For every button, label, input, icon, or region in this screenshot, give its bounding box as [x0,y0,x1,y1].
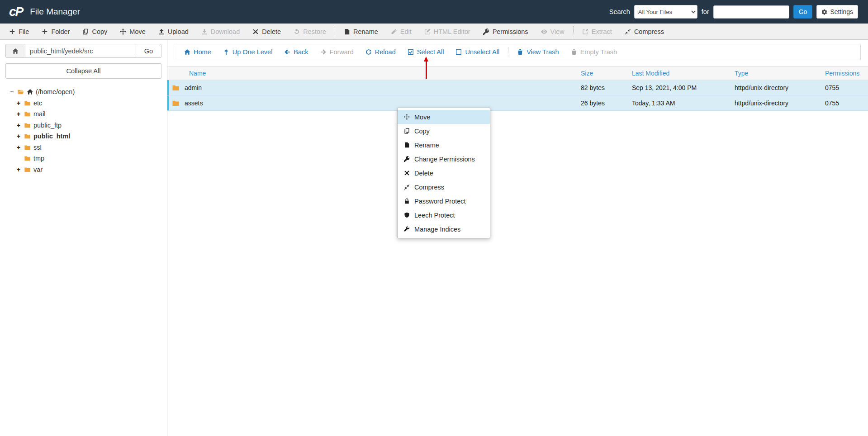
file-row-assets[interactable]: assets 26 bytes Today, 1:33 AM httpd/uni… [167,95,868,111]
expand-toggle-icon[interactable]: + [16,166,21,173]
copy-icon [404,128,410,134]
file-row-admin[interactable]: admin 82 bytes Sep 13, 2021, 4:00 PM htt… [167,80,868,95]
file-type: httpd/unix-directory [735,84,825,91]
toolbar-permissions-label: Permissions [493,28,528,35]
upload-icon [158,28,165,35]
context-menu: Move Copy Rename Change Permissions Dele… [397,108,490,238]
tree-root-item[interactable]: − (/home/open) [9,86,161,98]
toolbar-view-label: View [550,28,564,35]
for-label: for [702,8,709,15]
context-menu-delete-label: Delete [414,170,433,177]
path-input[interactable] [25,44,136,58]
context-menu-manage-indices-item[interactable]: Manage Indices [398,222,490,236]
folder-icon [171,84,180,91]
toolbar-move-label: Move [129,28,145,35]
search-input[interactable] [713,5,789,19]
tree-item-etc[interactable]: + etc [9,98,161,109]
tree-item-label: var [33,166,43,173]
context-menu-compress-label: Compress [414,184,444,191]
expand-toggle-icon[interactable]: + [16,100,21,107]
expand-toggle-icon[interactable]: + [16,122,21,129]
nav-back-button[interactable]: Back [278,44,314,60]
context-menu-delete-item[interactable]: Delete [398,166,490,180]
expand-toggle-icon[interactable]: + [16,133,21,140]
search-label: Search [609,8,630,15]
trash-icon [571,49,577,55]
column-header-permissions[interactable]: Permissions [825,70,868,77]
column-header-size[interactable]: Size [581,70,632,77]
toolbar-copy-button[interactable]: Copy [76,24,114,39]
expand-toggle-icon[interactable]: + [16,144,21,151]
context-menu-copy-item[interactable]: Copy [398,124,490,138]
compress-icon [625,28,631,35]
context-menu-change-permissions-label: Change Permissions [414,156,475,163]
context-menu-password-protect-item[interactable]: Password Protect [398,194,490,208]
nav-unselect-all-button[interactable]: Unselect All [450,44,505,60]
context-menu-move-item[interactable]: Move [398,110,490,124]
delete-x-icon [404,170,410,176]
context-menu-leech-protect-item[interactable]: Leech Protect [398,208,490,222]
toolbar-html-editor-button: HTML Editor [418,24,477,39]
nav-view-trash-label: View Trash [526,48,559,56]
plus-icon [42,28,48,35]
nav-home-button[interactable]: Home [178,44,217,60]
copy-icon [82,28,89,35]
toolbar-copy-label: Copy [92,28,107,35]
tree-item-public-html[interactable]: + public_html [9,131,161,142]
nav-up-one-level-button[interactable]: Up One Level [217,44,279,60]
toolbar-folder-button[interactable]: Folder [35,24,76,39]
home-icon [184,49,190,55]
search-scope-select[interactable]: All Your Files [634,5,697,19]
file-type: httpd/unix-directory [735,100,825,107]
toolbar-compress-button[interactable]: Compress [618,24,670,39]
key-icon [483,28,489,35]
page-title: File Manager [30,7,80,17]
nav-select-all-button[interactable]: Select All [402,44,450,60]
tree-item-public-ftp[interactable]: + public_ftp [9,120,161,131]
nav-reload-button[interactable]: Reload [360,44,402,60]
toolbar-upload-button[interactable]: Upload [152,24,195,39]
toolbar-rename-label: Rename [353,28,378,35]
column-header-type[interactable]: Type [735,70,825,77]
folder-icon [24,100,31,106]
path-bar: Go [5,44,161,58]
wrench-icon [404,226,410,232]
file-name: admin [185,84,202,91]
toolbar-edit-label: Edit [400,28,412,35]
tree-item-tmp[interactable]: tmp [9,153,161,164]
expand-toggle-icon[interactable]: + [16,110,21,118]
tree-item-var[interactable]: + var [9,164,161,175]
nav-view-trash-button[interactable]: View Trash [511,44,564,60]
right-arrow-icon [320,49,327,55]
toolbar-view-button: View [535,24,571,39]
folder-icon [24,155,31,161]
top-header-bar: cP File Manager Search All Your Files fo… [0,0,868,24]
settings-button[interactable]: Settings [816,5,858,19]
pencil-icon [391,28,397,35]
path-go-button[interactable]: Go [136,44,161,58]
collapse-all-button[interactable]: Collapse All [5,63,161,79]
toolbar-rename-button[interactable]: Rename [337,24,384,39]
column-header-name[interactable]: Name [167,70,581,77]
toolbar-move-button[interactable]: Move [114,24,152,39]
column-header-last-modified[interactable]: Last Modified [632,70,735,77]
context-menu-rename-item[interactable]: Rename [398,138,490,152]
collapse-toggle-icon[interactable]: − [9,88,14,95]
file-list-table: Name Size Last Modified Type Permissions… [167,66,868,111]
tree-item-ssl[interactable]: + ssl [9,142,161,153]
shield-icon [404,212,410,218]
search-go-button[interactable]: Go [793,5,813,19]
nav-up-one-level-label: Up One Level [232,48,273,56]
compress-icon [404,184,410,190]
context-menu-compress-item[interactable]: Compress [398,180,490,194]
file-size: 82 bytes [581,84,632,91]
home-path-button[interactable] [5,44,25,58]
up-arrow-icon [223,49,229,55]
context-menu-copy-label: Copy [414,128,430,135]
tree-item-mail[interactable]: + mail [9,109,161,120]
context-menu-change-permissions-item[interactable]: Change Permissions [398,152,490,166]
nav-empty-trash-button: Empty Trash [565,44,623,60]
toolbar-file-button[interactable]: File [3,24,35,39]
toolbar-delete-button[interactable]: Delete [246,24,287,39]
toolbar-permissions-button[interactable]: Permissions [477,24,535,39]
